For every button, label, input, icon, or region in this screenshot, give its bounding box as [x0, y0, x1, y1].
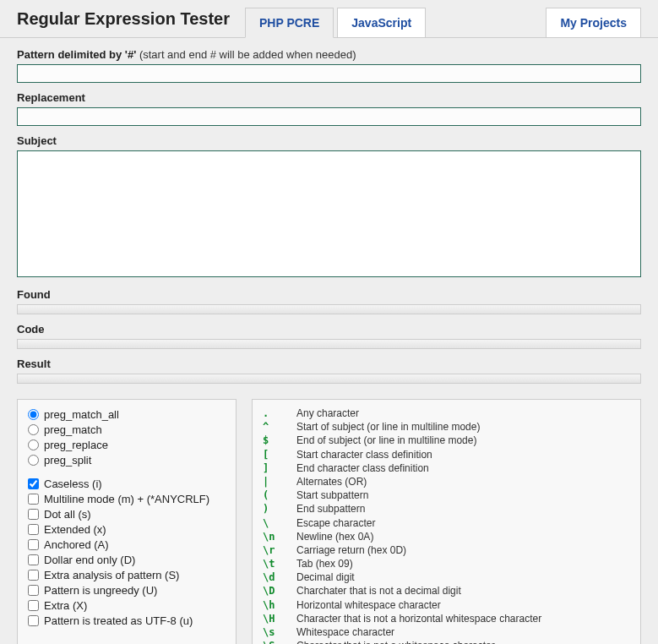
reference-symbol: .: [263, 407, 296, 420]
opt-dollarend-label: Dollar end only (D): [44, 554, 135, 566]
replacement-label: Replacement: [17, 91, 641, 104]
code-label: Code: [17, 323, 641, 336]
tab-javascript[interactable]: JavaScript: [337, 8, 426, 38]
reference-symbol: \n: [263, 530, 296, 543]
opt-extended-label: Extended (x): [44, 523, 106, 536]
reference-symbol: (: [263, 488, 296, 502]
check-utf8[interactable]: [28, 615, 39, 626]
tabs-right: My Projects: [546, 7, 641, 37]
reference-row: )End subpattern: [263, 502, 630, 516]
reference-row: \dDecimal digit: [263, 570, 630, 584]
check-extra-x[interactable]: [28, 600, 39, 611]
reference-row: \hHorizontal whitespace character: [263, 598, 630, 612]
reference-desc: Horizontal whitespace character: [296, 598, 630, 612]
pattern-input[interactable]: [17, 64, 641, 83]
radio-split[interactable]: [28, 455, 39, 466]
func-replace-label: preg_replace: [44, 439, 108, 451]
result-label: Result: [17, 357, 641, 370]
opt-dotall[interactable]: Dot all (s): [28, 508, 226, 521]
func-match[interactable]: preg_match: [28, 423, 226, 436]
opt-utf8[interactable]: Pattern is treated as UTF-8 (u): [28, 614, 226, 627]
reference-row: \Escape character: [263, 516, 630, 530]
check-extended[interactable]: [28, 524, 39, 535]
reference-desc: Newline (hex 0A): [296, 530, 630, 543]
reference-row: $End of subject (or line in multiline mo…: [263, 434, 630, 447]
func-replace[interactable]: preg_replace: [28, 439, 226, 451]
reference-symbol: \S: [263, 639, 296, 644]
pattern-hint: (start and end # will be added when need…: [136, 48, 356, 61]
reference-desc: Alternates (OR): [296, 475, 630, 488]
opt-extended[interactable]: Extended (x): [28, 523, 226, 536]
reference-desc: End subpattern: [296, 502, 630, 516]
reference-row: \sWhitespace character: [263, 625, 630, 639]
reference-desc: Any character: [296, 407, 630, 420]
reference-desc: Whitespace character: [296, 625, 630, 639]
opt-multiline[interactable]: Multiline mode (m) + (*ANYCRLF): [28, 493, 226, 505]
opt-utf8-label: Pattern is treated as UTF-8 (u): [44, 614, 193, 627]
result-output: [17, 374, 641, 384]
opt-anchored-label: Anchored (A): [44, 538, 109, 551]
opt-caseless[interactable]: Caseless (i): [28, 478, 226, 490]
reference-desc: Escape character: [296, 516, 630, 530]
reference-row: \tTab (hex 09): [263, 557, 630, 570]
subject-label: Subject: [17, 134, 641, 147]
opt-multiline-label: Multiline mode (m) + (*ANYCRLF): [44, 493, 209, 505]
opt-extra-s[interactable]: Extra analysis of pattern (S): [28, 569, 226, 581]
code-output: [17, 339, 641, 349]
radio-match[interactable]: [28, 424, 39, 435]
reference-panel: .Any character^Start of subject (or line…: [252, 399, 641, 644]
reference-symbol: \r: [263, 543, 296, 557]
opt-extra-x[interactable]: Extra (X): [28, 599, 226, 612]
opt-extra-s-label: Extra analysis of pattern (S): [44, 569, 179, 581]
opt-dollarend[interactable]: Dollar end only (D): [28, 554, 226, 566]
reference-symbol: $: [263, 434, 296, 447]
tab-my-projects[interactable]: My Projects: [546, 8, 641, 38]
reference-row: ^Start of subject (or line in multiline …: [263, 420, 630, 434]
tab-php[interactable]: PHP PCRE: [245, 8, 334, 38]
opt-dotall-label: Dot all (s): [44, 508, 91, 521]
reference-row: \DCharchater that is not a decimal digit: [263, 584, 630, 598]
reference-row: \SCharacter that is not a whitespace cha…: [263, 639, 630, 644]
found-output: [17, 304, 641, 314]
check-dotall[interactable]: [28, 509, 39, 520]
check-ungreedy[interactable]: [28, 585, 39, 596]
reference-row: .Any character: [263, 407, 630, 420]
check-caseless[interactable]: [28, 478, 39, 489]
opt-extra-x-label: Extra (X): [44, 599, 87, 612]
reference-symbol: [: [263, 448, 296, 461]
func-split[interactable]: preg_split: [28, 454, 226, 467]
page-title: Regular Expression Tester: [17, 9, 230, 37]
reference-row: \nNewline (hex 0A): [263, 530, 630, 543]
header: Regular Expression Tester PHP PCRE JavaS…: [0, 0, 658, 38]
pattern-label-text: Pattern delimited by '#': [17, 48, 136, 61]
columns: preg_match_all preg_match preg_replace p…: [0, 390, 658, 644]
subject-textarea[interactable]: [17, 150, 641, 277]
func-match-label: preg_match: [44, 423, 102, 436]
tabs-left: PHP PCRE JavaScript: [245, 7, 429, 37]
check-anchored[interactable]: [28, 539, 39, 550]
reference-symbol: \H: [263, 612, 296, 625]
reference-row: \HCharacter that is not a horizontal whi…: [263, 612, 630, 625]
reference-desc: Tab (hex 09): [296, 557, 630, 570]
check-extra-s[interactable]: [28, 570, 39, 581]
opt-anchored[interactable]: Anchored (A): [28, 538, 226, 551]
check-multiline[interactable]: [28, 494, 39, 505]
radio-replace[interactable]: [28, 439, 39, 450]
reference-desc: Charchater that is not a decimal digit: [296, 584, 630, 598]
opt-ungreedy[interactable]: Pattern is ungreedy (U): [28, 584, 226, 597]
func-split-label: preg_split: [44, 454, 91, 467]
replacement-input[interactable]: [17, 107, 641, 126]
func-match-all-label: preg_match_all: [44, 408, 119, 421]
reference-symbol: \h: [263, 598, 296, 612]
reference-symbol: ^: [263, 420, 296, 434]
options-panel: preg_match_all preg_match preg_replace p…: [17, 399, 237, 644]
found-label: Found: [17, 288, 641, 301]
reference-desc: End character class definition: [296, 461, 630, 475]
reference-desc: Carriage return (hex 0D): [296, 543, 630, 557]
reference-row: ]End character class definition: [263, 461, 630, 475]
check-dollarend[interactable]: [28, 554, 39, 565]
reference-symbol: |: [263, 475, 296, 488]
radio-match-all[interactable]: [28, 409, 39, 420]
opt-ungreedy-label: Pattern is ungreedy (U): [44, 584, 157, 597]
func-match-all[interactable]: preg_match_all: [28, 408, 226, 421]
